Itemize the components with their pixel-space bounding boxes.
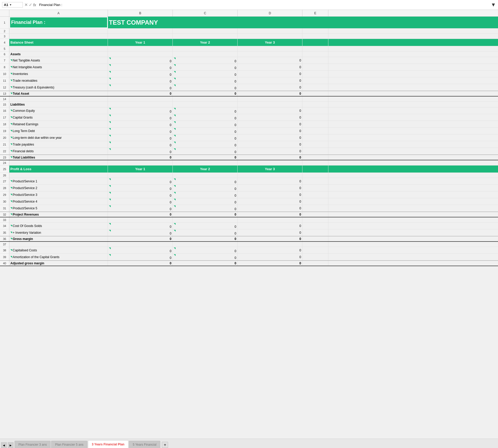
tab-plan-5ans[interactable]: Plan Financier 5 ans (51, 441, 87, 448)
cell-3a (9, 34, 108, 39)
cell-2c (173, 29, 238, 33)
row-num-1: 1 (0, 17, 9, 28)
formula-bar: A1 ▼ ✕ ✓ fx Financial Plan : ▼ (0, 0, 498, 10)
row-num-6: 6 (0, 51, 9, 57)
row-35: 35 + Inventory Variation 0 0 0 (0, 229, 498, 236)
row-27: 27 Product/Service 1 0 0 0 (0, 178, 498, 185)
row-26: 26 (0, 173, 498, 178)
cell-3b (108, 34, 173, 39)
cancel-icon[interactable]: ✕ (24, 2, 28, 7)
title-row: 1 Financial Plan : TEST COMPANY (0, 17, 498, 29)
cell-3c (173, 34, 238, 39)
formula-controls: ✕ ✓ fx (24, 2, 36, 7)
col-header-d[interactable]: D (238, 10, 302, 17)
row-19: 19 Long Term Debt 0 0 0 (0, 128, 498, 134)
col-header-e[interactable]: E (302, 10, 328, 17)
bs-year3-header: Year 3 (238, 39, 302, 46)
financial-plan-label: Financial Plan : (11, 20, 45, 25)
gross-margin-row: 36 Gross margin 0 0 0 (0, 236, 498, 242)
row-num-2: 2 (0, 29, 9, 33)
rows-area: 1 Financial Plan : TEST COMPANY 2 3 (0, 17, 498, 439)
row-11: 11 Trade receivables 0 0 0 (0, 77, 498, 84)
cell-ref-value: A1 (4, 3, 8, 7)
col-header-a[interactable]: A (9, 10, 108, 17)
row-22: 22 Financial debts 0 0 0 (0, 148, 498, 155)
row-2: 2 (0, 29, 498, 34)
row-8: 8 Net Intangible Assets 0 0 0 (0, 64, 498, 71)
bs-year-extra (302, 39, 328, 46)
row-38: 38 Capitalised Costs 0 0 0 (0, 247, 498, 254)
row-39: 39 Amortization of the Capital Grants 0 … (0, 254, 498, 260)
bs-year2-header: Year 2 (173, 39, 238, 46)
row-37: 37 (0, 242, 498, 247)
formula-input[interactable]: Financial Plan : (38, 2, 489, 7)
cell-2e (302, 29, 328, 33)
col-header-c[interactable]: C (173, 10, 238, 17)
assets-label: Assets (9, 51, 108, 57)
tab-prev-button[interactable]: ◀ (1, 442, 7, 448)
cell-ref-dropdown[interactable]: ▼ (9, 3, 12, 6)
total-liabilities-row: 23 Total Liabilities 0 0 0 (0, 155, 498, 160)
tab-plan-3ans[interactable]: Plan Financier 3 ans (15, 441, 51, 448)
row-31: 31 Product/Service 5 0 0 0 (0, 205, 498, 212)
add-sheet-button[interactable]: + (162, 442, 168, 448)
row-17: 17 Capital Grants 0 0 0 (0, 114, 498, 121)
fx-icon[interactable]: fx (33, 3, 36, 7)
liabilities-header-row: 15 Liabilities (0, 102, 498, 107)
row-29: 29 Product/Service 3 0 0 0 (0, 191, 498, 198)
row-5: 5 (0, 46, 498, 51)
row-num-5: 5 (0, 46, 9, 51)
confirm-icon[interactable]: ✓ (29, 2, 32, 7)
row-16: 16 Common Equity 0 0 0 (0, 107, 498, 114)
row-3: 3 (0, 34, 498, 39)
row-7: 7 Net Tangible Assets 0 0 0 (0, 57, 498, 64)
balance-sheet-header-row: 4 Balance Sheet Year 1 Year 2 Year 3 (0, 39, 498, 46)
row-20: 20 Long-term debt due within one year 0 … (0, 134, 498, 141)
row-num-header (0, 10, 9, 16)
total-asset-row: 13 Total Asset 0 0 0 (0, 91, 498, 97)
tab-next-button[interactable]: ▶ (8, 442, 13, 448)
row-num-3: 3 (0, 34, 9, 39)
company-name-cell[interactable]: TEST COMPANY (108, 17, 498, 28)
cell-3d (238, 34, 302, 39)
company-name: TEST COMPANY (109, 19, 158, 26)
row-30: 30 Product/Service 4 0 0 0 (0, 198, 498, 205)
row-24: 24 (0, 160, 498, 166)
cell-3e (302, 34, 328, 39)
tab-5years-financial[interactable]: 5 Years Financial (129, 441, 160, 448)
tab-3years-financial[interactable]: 3 Years Financial Plan (88, 440, 128, 448)
row-34: 34 Cost Of Goods Solds 0 0 0 (0, 223, 498, 229)
row-num-4: 4 (0, 39, 9, 46)
row-12: 12 Treasury (cash & Equivalents) 0 0 0 (0, 84, 498, 91)
tab-bar: ◀ ▶ Plan Financier 3 ans Plan Financier … (0, 439, 498, 448)
spreadsheet-wrapper: A B C D E 1 Financial Plan : TEST COMPAN… (0, 10, 498, 439)
row-21: 21 Trade payables 0 0 0 (0, 141, 498, 148)
cell-2d (238, 29, 302, 33)
row-33: 33 (0, 217, 498, 223)
title-label-cell[interactable]: Financial Plan : (9, 17, 108, 28)
row-14: 14 (0, 97, 498, 102)
col-header-b[interactable]: B (108, 10, 173, 17)
cell-2b (108, 29, 173, 33)
column-headers: A B C D E (0, 10, 498, 17)
formula-dropdown[interactable]: ▼ (491, 2, 496, 8)
cell-2a (9, 29, 108, 33)
row-10: 10 Inventories 0 0 0 (0, 71, 498, 77)
adjusted-gross-margin-row: 40 Adjusted gross margin 0 0 0 (0, 260, 498, 266)
profit-loss-header-row: 25 Profit & Loss Year 1 Year 2 Year 3 (0, 166, 498, 173)
row-18: 18 Retained Earnings 0 0 0 (0, 121, 498, 128)
assets-header-row: 6 Assets (0, 51, 498, 57)
bs-year1-header: Year 1 (108, 39, 173, 46)
cell-reference[interactable]: A1 ▼ (2, 2, 23, 8)
project-revenues-row: 32 Project Revenues 0 0 0 (0, 212, 498, 217)
balance-sheet-label: Balance Sheet (9, 39, 108, 46)
row-28: 28 Product/Service 2 0 0 0 (0, 185, 498, 191)
